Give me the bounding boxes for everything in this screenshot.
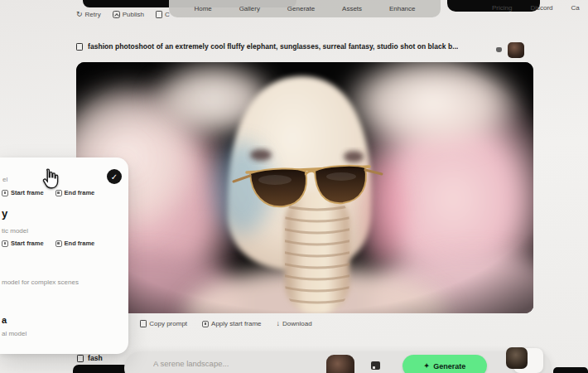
- hand-cursor-icon: [40, 167, 61, 191]
- small-badge-icon: [496, 47, 502, 52]
- publish-button[interactable]: Publish: [113, 11, 144, 18]
- next-video-stub: [73, 365, 131, 373]
- generated-video[interactable]: [76, 62, 533, 313]
- copy-prompt-icon[interactable]: [76, 43, 83, 51]
- start-frame-chip[interactable]: Start frame: [2, 240, 44, 247]
- main-nav: Home Gallery Generate Assets Enhance: [169, 0, 441, 17]
- elephant-artwork: [76, 62, 533, 313]
- prompt-composer: ✦ Generate: [124, 351, 552, 373]
- apply-start-frame-button[interactable]: Apply start frame: [202, 320, 261, 327]
- retry-icon: ↻: [76, 11, 83, 18]
- reference-image-thumb[interactable]: [326, 355, 354, 373]
- end-frame-label: End frame: [65, 189, 95, 196]
- download-label: Download: [282, 320, 312, 327]
- copy-icon: [140, 320, 147, 327]
- download-icon: ↓: [277, 320, 281, 327]
- nav-tab-enhance[interactable]: Enhance: [389, 5, 416, 12]
- next-card-prompt-text: fash: [88, 354, 103, 362]
- header-links: Pricing Discord Ca: [492, 4, 580, 12]
- model3-subtitle[interactable]: model for complex scenes: [2, 279, 79, 286]
- frame-icon: [202, 321, 209, 327]
- card-prompt-row: fashion photoshoot of an extremely cool …: [76, 42, 490, 51]
- next-video-stub-right: [553, 367, 588, 373]
- copy-prompt-label: Copy prompt: [149, 320, 187, 327]
- link-discord[interactable]: Discord: [530, 4, 552, 12]
- card-prompt-text: fashion photoshoot of an extremely cool …: [88, 42, 458, 51]
- publish-label: Publish: [123, 11, 144, 18]
- end-frame-label: End frame: [65, 240, 95, 247]
- creator-avatar[interactable]: [508, 42, 524, 58]
- start-frame-chip[interactable]: Start frame: [2, 189, 44, 196]
- sparkle-icon: ✦: [424, 362, 430, 370]
- copy-prompt-button[interactable]: Copy prompt: [140, 320, 187, 327]
- link-pricing[interactable]: Pricing: [492, 4, 512, 12]
- previous-card-toolbar: ↻ Retry Publish C: [76, 11, 170, 18]
- download-button[interactable]: ↓ Download: [277, 320, 312, 327]
- start-frame-label: Start frame: [11, 240, 44, 247]
- frame-icon: [55, 240, 62, 247]
- prompt-input[interactable]: [153, 359, 311, 368]
- retry-button[interactable]: ↻ Retry: [76, 11, 101, 18]
- model2-title[interactable]: y: [2, 207, 7, 220]
- selected-check-icon: ✓: [107, 169, 122, 184]
- frame-icon: [2, 240, 8, 247]
- nav-tab-assets[interactable]: Assets: [342, 5, 362, 12]
- copy-prompt-icon[interactable]: [77, 355, 84, 362]
- retry-label: Retry: [85, 11, 101, 18]
- generate-label: Generate: [433, 362, 465, 371]
- model1-subtitle: el: [2, 176, 7, 183]
- app-window: ↻ Retry Publish C Home Gallery Generate …: [0, 0, 588, 373]
- generate-button[interactable]: ✦ Generate: [402, 355, 487, 373]
- model4-title[interactable]: a: [2, 315, 7, 325]
- link-clipped[interactable]: Ca: [571, 4, 580, 12]
- publish-icon: [113, 11, 120, 18]
- frame-icon: [2, 190, 8, 196]
- nav-tab-home[interactable]: Home: [194, 5, 211, 12]
- model-select-panel: el ✓ Start frame End frame y tic model S…: [0, 157, 128, 354]
- model2-subtitle: tic model: [2, 227, 28, 235]
- next-card-prompt-row: fash: [77, 354, 103, 362]
- copy-icon: [156, 11, 162, 18]
- start-frame-label: Start frame: [11, 189, 44, 196]
- copy-prompt-button-clipped[interactable]: C: [156, 11, 170, 18]
- model4-subtitle: al model: [2, 330, 27, 337]
- image-attachment-icon[interactable]: [371, 361, 380, 370]
- apply-start-frame-label: Apply start frame: [211, 320, 261, 327]
- model2-frame-chips: Start frame End frame: [2, 240, 94, 247]
- nav-tab-generate[interactable]: Generate: [287, 5, 315, 12]
- reference-image-thumb-right[interactable]: [506, 347, 528, 369]
- nav-tab-gallery[interactable]: Gallery: [239, 5, 260, 12]
- end-frame-chip[interactable]: End frame: [55, 240, 95, 247]
